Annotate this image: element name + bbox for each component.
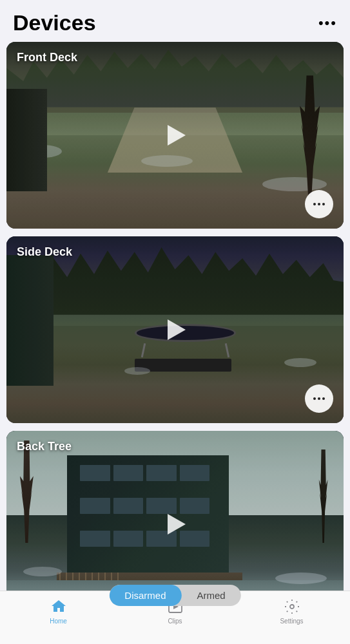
camera-card-side-deck[interactable]: Side Deck bbox=[6, 236, 344, 423]
play-button-side-deck[interactable] bbox=[157, 312, 193, 348]
svg-point-2 bbox=[290, 605, 294, 609]
more-options-side-deck[interactable] bbox=[305, 384, 333, 413]
camera-name-back-tree: Back Tree bbox=[17, 440, 72, 453]
nav-home[interactable]: Home bbox=[0, 598, 117, 625]
dot bbox=[318, 397, 320, 400]
more-dots-icon bbox=[313, 203, 325, 205]
play-icon bbox=[168, 319, 186, 340]
dot bbox=[318, 203, 320, 205]
camera-card-front-deck[interactable]: Front Deck bbox=[6, 42, 344, 229]
dot bbox=[313, 397, 316, 400]
camera-name-front-deck: Front Deck bbox=[17, 51, 77, 64]
more-options-front-deck[interactable] bbox=[305, 190, 333, 218]
page-title: Devices bbox=[13, 10, 96, 35]
app-header: Devices ••• bbox=[0, 0, 350, 42]
nav-clips-label: Clips bbox=[168, 618, 182, 625]
play-icon bbox=[168, 125, 186, 146]
play-button-front-deck[interactable] bbox=[157, 117, 193, 153]
more-dots-icon bbox=[313, 397, 325, 400]
arm-toggle: Disarmed Armed bbox=[109, 585, 240, 606]
camera-list: Front Deck bbox=[0, 42, 350, 630]
dot bbox=[322, 203, 325, 205]
home-icon bbox=[50, 598, 67, 615]
nav-settings-label: Settings bbox=[280, 618, 303, 625]
camera-name-side-deck: Side Deck bbox=[17, 245, 72, 259]
camera-card-back-tree[interactable]: Back Tree Disarmed Armed bbox=[6, 431, 344, 618]
more-options-button[interactable]: ••• bbox=[318, 15, 337, 32]
dot bbox=[313, 203, 316, 205]
settings-icon bbox=[284, 598, 300, 615]
play-button-back-tree[interactable] bbox=[157, 506, 193, 542]
armed-button[interactable]: Armed bbox=[182, 585, 241, 606]
disarmed-button[interactable]: Disarmed bbox=[109, 585, 181, 606]
play-icon bbox=[168, 514, 186, 535]
dot bbox=[322, 397, 325, 400]
nav-home-label: Home bbox=[50, 618, 67, 625]
nav-settings[interactable]: Settings bbox=[233, 598, 350, 625]
